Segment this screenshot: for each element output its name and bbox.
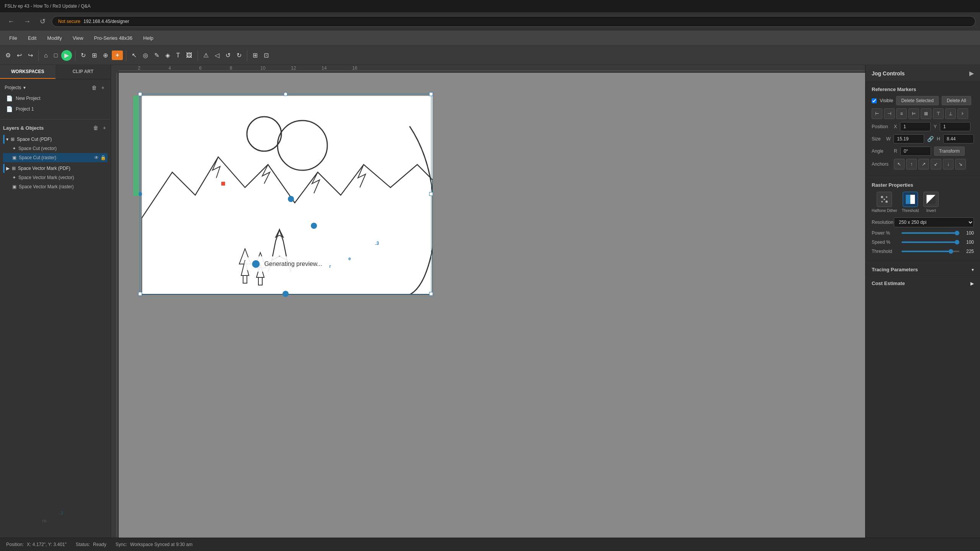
anchor-bl[interactable]: ↙ <box>931 159 941 170</box>
cursor-btn[interactable]: ↖ <box>129 50 139 60</box>
align-center-btn[interactable]: ⊣ <box>884 108 895 119</box>
main-area: WORKSPACES CLIP ART Projects ▾ 🗑 + 📄 <box>0 65 980 538</box>
y-input[interactable] <box>940 122 970 131</box>
delete-project-btn[interactable]: 🗑 <box>90 84 98 91</box>
group-btn[interactable]: ⊕ <box>101 50 110 60</box>
project1-item[interactable]: 📄 Project 1 <box>3 104 108 114</box>
layer-child-2-1[interactable]: ✦ Space Vector Mark (vector) <box>3 173 108 182</box>
layer-child-name-1-1: Space Cut (vector) <box>18 146 57 151</box>
browser-nav: ← → ↺ Not secure 192.168.4.45/designer <box>0 12 980 31</box>
add-layer-btn[interactable]: + <box>101 124 108 132</box>
align-bottom-btn[interactable]: ⊦ <box>957 108 968 119</box>
align-justify-btn[interactable]: ⊨ <box>908 108 919 119</box>
add-project-btn[interactable]: + <box>100 84 106 91</box>
pen-btn[interactable]: ✎ <box>152 50 162 60</box>
menu-view[interactable]: View <box>68 34 88 42</box>
invert-label: Invert <box>926 209 936 213</box>
threshold-slider[interactable] <box>902 251 959 252</box>
anchor-tl[interactable]: ↖ <box>894 159 905 170</box>
cost-estimate-section[interactable]: Cost Estimate ▶ <box>866 276 980 290</box>
threshold-item[interactable]: Threshold <box>902 192 919 213</box>
flip-btn[interactable]: ◁ <box>212 50 222 60</box>
align-top-btn[interactable]: ⊤ <box>933 108 944 119</box>
anchor-bc[interactable]: ↓ <box>943 159 954 170</box>
forward-button[interactable]: → <box>21 16 34 27</box>
shapes-btn[interactable]: ◎ <box>140 50 150 60</box>
layer-child-1-1[interactable]: ✦ Space Cut (vector) <box>3 144 108 153</box>
delete-layer-btn[interactable]: 🗑 <box>91 124 100 132</box>
layer-group-header-1[interactable]: ▾ ⊞ Space Cut (PDF) <box>3 135 108 144</box>
layer-child-1-2[interactable]: ▣ Space Cut (raster) 👁 🔒 <box>3 153 108 162</box>
w-input[interactable] <box>893 134 924 143</box>
reference-markers-section: Reference Markers Visible Delete Selecte… <box>866 82 980 178</box>
redo2-btn[interactable]: ↻ <box>234 50 244 60</box>
settings-btn[interactable]: ⚙ <box>3 50 13 60</box>
r-input[interactable] <box>900 147 931 156</box>
menu-modify[interactable]: Modify <box>42 34 66 42</box>
transform-btn[interactable]: Transform <box>934 147 965 156</box>
fill-btn[interactable]: ◈ <box>163 50 172 60</box>
tab-workspaces[interactable]: WORKSPACES <box>0 65 56 79</box>
home-btn[interactable]: ⌂ <box>42 51 50 60</box>
menu-file[interactable]: File <box>5 34 22 42</box>
power-slider[interactable] <box>902 232 959 234</box>
menu-pro-series[interactable]: Pro-Series 48x36 <box>90 34 137 42</box>
transform-btn[interactable]: ⊞ <box>90 50 99 60</box>
back-button[interactable]: ← <box>5 16 18 27</box>
refresh-button[interactable]: ↺ <box>37 16 49 27</box>
align-right-btn[interactable]: ≡ <box>896 108 907 119</box>
align-middle-btn[interactable]: ⊥ <box>945 108 956 119</box>
tracing-parameters-section[interactable]: Tracing Parameters ▾ <box>866 263 980 276</box>
grid-btn[interactable]: ⊞ <box>250 50 260 60</box>
expand-icon-1: ▾ <box>6 137 8 142</box>
tab-clip-art[interactable]: CLIP ART <box>56 65 111 79</box>
speed-slider[interactable] <box>902 241 959 243</box>
power-label: Power % <box>872 230 898 236</box>
status-bar: Position: X: 4.172", Y: 3.401" Status: R… <box>0 538 980 551</box>
new-project-item[interactable]: 📄 New Project <box>3 93 108 104</box>
toolbar: ⚙ ↩ ↪ ⌂ □ ▶ ↻ ⊞ ⊕ ✦ ↖ ◎ ✎ ◈ T 🖼 ⚠ ◁ ↺ ↻ … <box>0 46 980 65</box>
svg-point-25 <box>886 196 887 198</box>
layer-child-icon-2-1: ✦ <box>12 175 16 180</box>
undo2-btn[interactable]: ↺ <box>223 50 233 60</box>
image-btn[interactable]: 🖼 <box>184 51 194 60</box>
visible-checkbox[interactable] <box>872 98 877 103</box>
play-btn[interactable]: ▶ <box>61 50 72 61</box>
toolbar-sep-3 <box>126 50 126 61</box>
delete-selected-btn[interactable]: Delete Selected <box>896 96 939 105</box>
rotate-btn[interactable]: ↻ <box>78 50 88 60</box>
anchor-tr[interactable]: ↗ <box>918 159 929 170</box>
layer-child-2-2[interactable]: ▣ Space Vector Mark (raster) <box>3 182 108 191</box>
text-btn[interactable]: T <box>174 51 182 60</box>
right-panel: Jog Controls ▶ Reference Markers Visible… <box>865 65 980 538</box>
anchor-br[interactable]: ↘ <box>955 159 966 170</box>
invert-item[interactable]: Invert <box>923 192 939 213</box>
canvas-area[interactable]: 2 4 6 8 10 12 14 16 <box>111 65 865 538</box>
redo-btn[interactable]: ↪ <box>26 50 35 60</box>
link-size-btn[interactable]: 🔗 <box>927 136 934 142</box>
layer-group-header-2[interactable]: ▶ ⊞ Space Vector Mark (PDF) <box>3 164 108 173</box>
svg-point-24 <box>881 196 883 198</box>
collapse-right-btn[interactable]: ▶ <box>969 70 974 77</box>
delete-all-btn[interactable]: Delete All <box>942 96 971 105</box>
undo-btn[interactable]: ↩ <box>15 50 24 60</box>
projects-section: Projects ▾ 🗑 + 📄 New Project 📄 Project 1 <box>0 79 111 117</box>
align-left-btn[interactable]: ⊢ <box>872 108 882 119</box>
h-input[interactable] <box>943 134 974 143</box>
address-bar[interactable]: Not secure 192.168.4.45/designer <box>52 16 975 27</box>
zoom-btn[interactable]: ⊡ <box>261 50 271 60</box>
magic-btn[interactable]: ✦ <box>112 51 123 60</box>
power-value: 100 <box>962 230 974 236</box>
select-btn[interactable]: □ <box>52 51 60 60</box>
speed-slider-row: Speed % 100 <box>872 240 974 245</box>
ruler-top-svg: 2 4 6 8 10 12 14 16 <box>119 65 865 73</box>
warning-btn[interactable]: ⚠ <box>201 50 211 60</box>
menu-help[interactable]: Help <box>139 34 158 42</box>
halftone-dither-item[interactable]: Halftone Dither <box>872 192 897 213</box>
resolution-select[interactable]: 250 x 250 dpi <box>894 217 974 227</box>
align-spread-btn[interactable]: ⊠ <box>921 108 931 119</box>
speed-label: Speed % <box>872 240 898 245</box>
x-input[interactable] <box>900 122 931 131</box>
menu-edit[interactable]: Edit <box>23 34 41 42</box>
anchor-tc[interactable]: ↑ <box>906 159 917 170</box>
